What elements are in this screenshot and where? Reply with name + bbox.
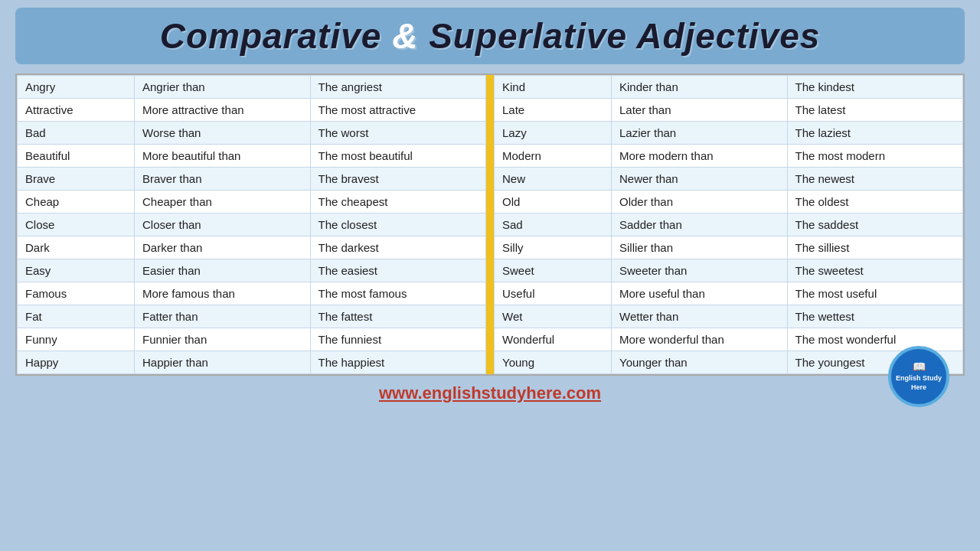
- table-row: BadWorse thanThe worst: [18, 122, 486, 145]
- comparative-cell: Braver than: [135, 168, 311, 191]
- comparative-cell: Wetter than: [612, 305, 788, 328]
- comparative-cell: Closer than: [135, 214, 311, 236]
- adjective-cell: Useful: [495, 282, 612, 305]
- superlative-cell: The newest: [787, 168, 963, 191]
- comparative-cell: Darker than: [135, 236, 311, 259]
- title-part2: Superlative Adjectives: [429, 16, 820, 56]
- superlative-cell: The easiest: [310, 259, 486, 282]
- table-row: DarkDarker thanThe darkest: [18, 236, 486, 259]
- adjective-cell: Kind: [495, 76, 612, 99]
- comparative-cell: More famous than: [135, 282, 311, 305]
- table-row: CloseCloser thanThe closest: [18, 214, 486, 236]
- superlative-cell: The kindest: [787, 76, 963, 99]
- superlative-cell: The cheapest: [310, 191, 486, 214]
- adjective-cell: Modern: [495, 145, 612, 168]
- right-table: KindKinder thanThe kindestLateLater than…: [494, 75, 963, 374]
- page-title: Comparative & Superlative Adjectives: [31, 15, 949, 57]
- comparative-cell: Sweeter than: [612, 259, 788, 282]
- adjective-cell: Bad: [18, 122, 135, 145]
- superlative-cell: The saddest: [787, 214, 963, 236]
- superlative-cell: The most famous: [310, 282, 486, 305]
- superlative-cell: The most wonderful: [787, 328, 963, 351]
- comparative-cell: More beautiful than: [135, 145, 311, 168]
- comparative-cell: Happier than: [135, 351, 311, 374]
- superlative-cell: The bravest: [310, 168, 486, 191]
- table-row: SadSadder thanThe saddest: [495, 214, 963, 236]
- table-row: LazyLazier thanThe laziest: [495, 122, 963, 145]
- comparative-cell: Fatter than: [135, 305, 311, 328]
- table-row: WonderfulMore wonderful thanThe most won…: [495, 328, 963, 351]
- main-content: AngryAngrier thanThe angriestAttractiveM…: [15, 73, 965, 376]
- title-part1: Comparative: [160, 16, 392, 56]
- adjective-cell: Young: [495, 351, 612, 374]
- adjective-cell: Silly: [495, 236, 612, 259]
- table-row: SillySillier thanThe silliest: [495, 236, 963, 259]
- table-row: CheapCheaper thanThe cheapest: [18, 191, 486, 214]
- table-row: BeautifulMore beautiful thanThe most bea…: [18, 145, 486, 168]
- adjective-cell: Beautiful: [18, 145, 135, 168]
- adjective-cell: Fat: [18, 305, 135, 328]
- adjective-cell: Close: [18, 214, 135, 236]
- superlative-cell: The silliest: [787, 236, 963, 259]
- superlative-cell: The angriest: [310, 76, 486, 99]
- website-link[interactable]: www.englishstudyhere.com: [379, 383, 601, 403]
- comparative-cell: More modern than: [612, 145, 788, 168]
- right-table-section: KindKinder thanThe kindestLateLater than…: [494, 75, 963, 374]
- comparative-cell: More wonderful than: [612, 328, 788, 351]
- column-divider: [486, 75, 494, 374]
- comparative-cell: More useful than: [612, 282, 788, 305]
- comparative-cell: Later than: [612, 99, 788, 122]
- superlative-cell: The closest: [310, 214, 486, 236]
- adjective-cell: Brave: [18, 168, 135, 191]
- comparative-cell: Cheaper than: [135, 191, 311, 214]
- adjective-cell: Attractive: [18, 99, 135, 122]
- table-row: EasyEasier thanThe easiest: [18, 259, 486, 282]
- footer: www.englishstudyhere.com 📖 English Study…: [15, 383, 965, 403]
- comparative-cell: Lazier than: [612, 122, 788, 145]
- table-row: SweetSweeter thanThe sweetest: [495, 259, 963, 282]
- comparative-cell: Older than: [612, 191, 788, 214]
- superlative-cell: The sweetest: [787, 259, 963, 282]
- table-row: FatFatter thanThe fattest: [18, 305, 486, 328]
- table-row: BraveBraver thanThe bravest: [18, 168, 486, 191]
- comparative-cell: Angrier than: [135, 76, 311, 99]
- superlative-cell: The most attractive: [310, 99, 486, 122]
- comparative-cell: Sillier than: [612, 236, 788, 259]
- table-row: FamousMore famous thanThe most famous: [18, 282, 486, 305]
- adjective-cell: Dark: [18, 236, 135, 259]
- comparative-cell: Funnier than: [135, 328, 311, 351]
- table-row: KindKinder thanThe kindest: [495, 76, 963, 99]
- table-row: OldOlder thanThe oldest: [495, 191, 963, 214]
- adjective-cell: Funny: [18, 328, 135, 351]
- adjective-cell: Lazy: [495, 122, 612, 145]
- adjective-cell: Angry: [18, 76, 135, 99]
- comparative-cell: Younger than: [612, 351, 788, 374]
- superlative-cell: The most useful: [787, 282, 963, 305]
- logo-text-line2: Here: [911, 383, 926, 393]
- adjective-cell: Happy: [18, 351, 135, 374]
- comparative-cell: Sadder than: [612, 214, 788, 236]
- superlative-cell: The laziest: [787, 122, 963, 145]
- logo-circle: 📖 English Study Here: [888, 346, 949, 407]
- adjective-cell: Late: [495, 99, 612, 122]
- comparative-cell: Worse than: [135, 122, 311, 145]
- adjective-cell: Wonderful: [495, 328, 612, 351]
- table-row: FunnyFunnier thanThe funniest: [18, 328, 486, 351]
- table-row: UsefulMore useful thanThe most useful: [495, 282, 963, 305]
- comparative-cell: Newer than: [612, 168, 788, 191]
- logo-text-line1: English Study: [896, 374, 942, 383]
- superlative-cell: The worst: [310, 122, 486, 145]
- adjective-cell: Old: [495, 191, 612, 214]
- table-row: HappyHappier thanThe happiest: [18, 351, 486, 374]
- table-row: AttractiveMore attractive thanThe most a…: [18, 99, 486, 122]
- left-table-section: AngryAngrier thanThe angriestAttractiveM…: [17, 75, 486, 374]
- adjective-cell: Easy: [18, 259, 135, 282]
- superlative-cell: The wettest: [787, 305, 963, 328]
- comparative-cell: More attractive than: [135, 99, 311, 122]
- adjective-cell: Wet: [495, 305, 612, 328]
- superlative-cell: The oldest: [787, 191, 963, 214]
- superlative-cell: The latest: [787, 99, 963, 122]
- table-row: WetWetter thanThe wettest: [495, 305, 963, 328]
- table-row: LateLater thanThe latest: [495, 99, 963, 122]
- superlative-cell: The happiest: [310, 351, 486, 374]
